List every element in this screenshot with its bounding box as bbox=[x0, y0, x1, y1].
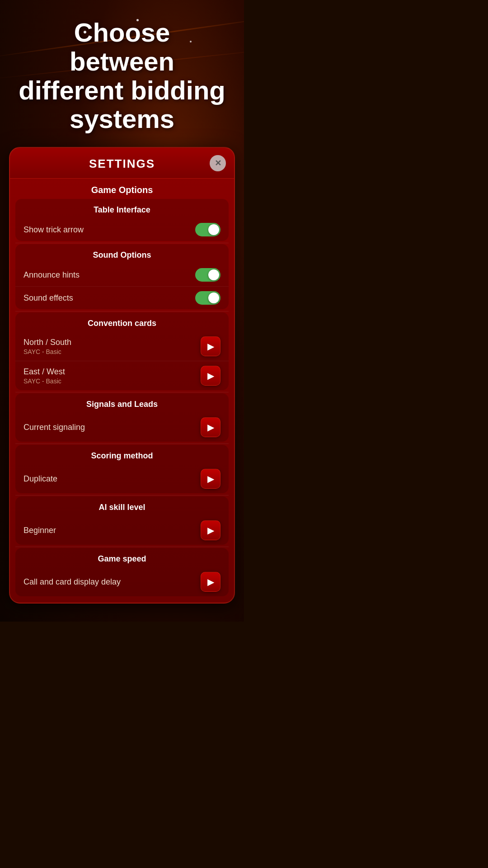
north-south-row: North / South SAYC - Basic ▶ bbox=[15, 332, 229, 361]
duplicate-row: Duplicate ▶ bbox=[15, 464, 229, 493]
game-speed-title: Game speed bbox=[15, 548, 229, 567]
east-west-arrow-icon: ▶ bbox=[207, 371, 214, 380]
announce-hints-label: Announce hints bbox=[23, 270, 80, 280]
beginner-row: Beginner ▶ bbox=[15, 516, 229, 545]
call-card-delay-row: Call and card display delay ▶ bbox=[15, 567, 229, 596]
beginner-arrow-icon: ▶ bbox=[207, 526, 214, 535]
show-trick-arrow-row: Show trick arrow bbox=[15, 218, 229, 241]
close-button[interactable]: ✕ bbox=[210, 155, 226, 171]
north-south-label: North / South bbox=[23, 338, 71, 347]
duplicate-arrow-icon: ▶ bbox=[207, 474, 214, 483]
announce-hints-toggle[interactable] bbox=[195, 268, 221, 282]
ai-skill-title: AI skill level bbox=[15, 496, 229, 516]
east-west-label-group: East / West SAYC - Basic bbox=[23, 367, 65, 385]
east-west-nav-button[interactable]: ▶ bbox=[201, 366, 221, 386]
east-west-sub: SAYC - Basic bbox=[23, 377, 65, 385]
settings-header: SETTINGS ✕ bbox=[10, 148, 234, 179]
sound-options-title: Sound Options bbox=[15, 244, 229, 264]
announce-hints-row: Announce hints bbox=[15, 264, 229, 286]
signals-leads-group: Signals and Leads Current signaling ▶ bbox=[15, 393, 229, 442]
sound-effects-toggle[interactable] bbox=[195, 291, 221, 305]
table-interface-group: Table Interface Show trick arrow bbox=[15, 199, 229, 241]
sound-effects-label: Sound effects bbox=[23, 293, 73, 303]
call-card-delay-arrow-icon: ▶ bbox=[207, 577, 214, 586]
game-speed-group: Game speed Call and card display delay ▶ bbox=[15, 548, 229, 596]
convention-cards-group: Convention cards North / South SAYC - Ba… bbox=[15, 312, 229, 390]
sound-options-group: Sound Options Announce hints Sound effec… bbox=[15, 244, 229, 309]
current-signaling-nav-button[interactable]: ▶ bbox=[201, 417, 221, 437]
sound-effects-row: Sound effects bbox=[15, 286, 229, 309]
table-interface-title: Table Interface bbox=[15, 199, 229, 218]
call-card-delay-nav-button[interactable]: ▶ bbox=[201, 572, 221, 592]
call-card-delay-label: Call and card display delay bbox=[23, 577, 121, 587]
north-south-label-group: North / South SAYC - Basic bbox=[23, 338, 71, 355]
settings-title: SETTINGS bbox=[89, 157, 155, 171]
ai-skill-group: AI skill level Beginner ▶ bbox=[15, 496, 229, 545]
north-south-nav-button[interactable]: ▶ bbox=[201, 336, 221, 356]
scoring-method-group: Scoring method Duplicate ▶ bbox=[15, 445, 229, 493]
show-trick-arrow-label: Show trick arrow bbox=[23, 225, 84, 235]
hero-title: Choose between different bidding systems bbox=[0, 0, 244, 147]
north-south-arrow-icon: ▶ bbox=[207, 342, 214, 351]
current-signaling-arrow-icon: ▶ bbox=[207, 423, 214, 432]
settings-body: Game Options Table Interface Show trick … bbox=[10, 179, 234, 603]
duplicate-nav-button[interactable]: ▶ bbox=[201, 469, 221, 489]
show-trick-arrow-toggle[interactable] bbox=[195, 223, 221, 236]
current-signaling-label: Current signaling bbox=[23, 423, 85, 432]
beginner-label: Beginner bbox=[23, 526, 56, 535]
current-signaling-row: Current signaling ▶ bbox=[15, 413, 229, 442]
signals-leads-title: Signals and Leads bbox=[15, 393, 229, 413]
convention-cards-title: Convention cards bbox=[15, 312, 229, 332]
settings-modal: SETTINGS ✕ Game Options Table Interface … bbox=[9, 147, 235, 604]
north-south-sub: SAYC - Basic bbox=[23, 348, 71, 355]
beginner-nav-button[interactable]: ▶ bbox=[201, 520, 221, 540]
game-options-label: Game Options bbox=[10, 179, 234, 199]
scoring-method-title: Scoring method bbox=[15, 445, 229, 464]
duplicate-label: Duplicate bbox=[23, 474, 57, 484]
east-west-label: East / West bbox=[23, 367, 65, 377]
east-west-row: East / West SAYC - Basic ▶ bbox=[15, 361, 229, 390]
